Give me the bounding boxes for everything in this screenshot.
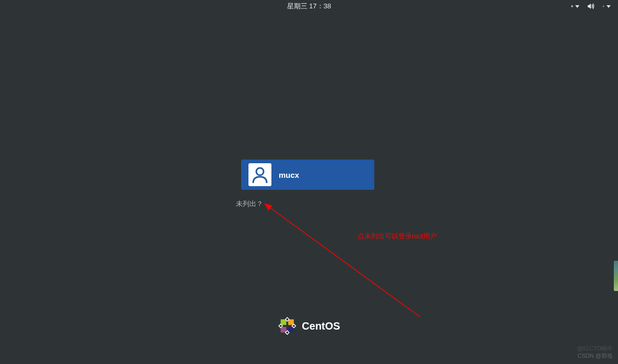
user-icon (251, 165, 269, 184)
centos-logo-icon (278, 317, 296, 335)
chevron-down-icon (575, 5, 579, 8)
accessibility-icon (571, 5, 573, 7)
user-select-button[interactable]: mucx (241, 160, 374, 190)
svg-rect-9 (281, 327, 287, 333)
svg-point-1 (572, 6, 573, 6)
svg-line-6 (270, 208, 420, 317)
volume-icon[interactable] (587, 2, 595, 10)
svg-rect-7 (281, 319, 287, 325)
svg-rect-8 (288, 319, 294, 325)
os-branding: CentOS (278, 317, 340, 335)
annotation-arrow (264, 202, 425, 322)
not-listed-link[interactable]: 未列出？ (236, 199, 263, 209)
watermark-faint: @51CTO蜗牛 (577, 345, 613, 353)
svg-point-4 (256, 168, 264, 175)
login-panel: mucx 未列出？ (241, 160, 377, 209)
power-icon (602, 5, 604, 7)
svg-rect-10 (288, 327, 294, 333)
datetime: 星期三 17：38 (287, 2, 331, 11)
side-indicator (614, 261, 618, 291)
top-bar: 星期三 17：38 (0, 0, 618, 13)
avatar (248, 163, 271, 186)
system-tray (571, 2, 611, 10)
accessibility-menu[interactable] (571, 2, 579, 10)
power-menu[interactable] (602, 2, 611, 10)
watermark-csdn: CSDN @郑埝 (578, 352, 613, 360)
chevron-down-icon (607, 5, 611, 8)
annotation-text: 点未列出可以登录root用户 (358, 232, 437, 241)
os-name: CentOS (302, 320, 340, 332)
username-label: mucx (279, 171, 299, 179)
